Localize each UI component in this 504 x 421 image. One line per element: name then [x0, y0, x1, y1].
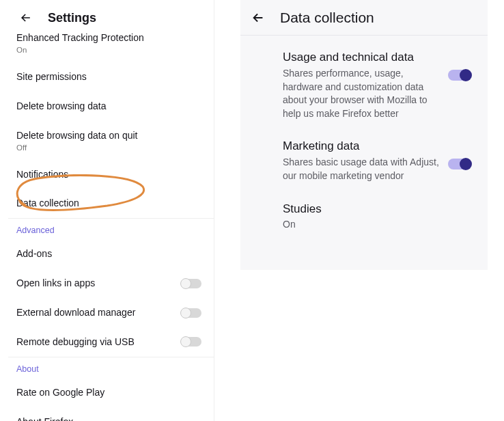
section-sub: On [283, 219, 471, 230]
settings-screen: Settings Enhanced Tracking Protection On… [8, 0, 214, 421]
settings-item-open-links-in-apps[interactable]: Open links in apps [8, 269, 214, 298]
item-label: Remote debugging via USB [16, 336, 135, 349]
studies-section[interactable]: Studies On [283, 202, 471, 230]
settings-item-site-permissions[interactable]: Site permissions [8, 62, 214, 92]
back-button[interactable] [249, 8, 268, 27]
toggle-switch[interactable] [448, 70, 471, 81]
toggle-switch[interactable] [181, 279, 201, 288]
toggle-switch[interactable] [181, 337, 201, 347]
settings-item-data-collection[interactable]: Data collection [8, 189, 214, 218]
item-label: External download manager [16, 306, 135, 319]
toggle-switch[interactable] [181, 308, 201, 318]
item-label: Data collection [16, 197, 206, 210]
item-label: Rate on Google Play [16, 386, 206, 399]
toggle-switch[interactable] [448, 159, 471, 169]
settings-item-addons[interactable]: Add-ons [8, 239, 214, 269]
settings-item-notifications[interactable]: Notifications [8, 160, 214, 189]
settings-item-about-firefox[interactable]: About Firefox [8, 407, 214, 421]
item-sub: Off [16, 144, 206, 152]
item-label: Open links in apps [16, 277, 95, 290]
back-button[interactable] [16, 8, 36, 27]
marketing-data-section[interactable]: Marketing data Shares basic usage data w… [283, 139, 471, 182]
usage-technical-section[interactable]: Usage and technical data Shares performa… [283, 51, 471, 120]
data-collection-screen: Data collection Usage and technical data… [240, 0, 488, 270]
section-header-advanced: Advanced [8, 219, 214, 239]
section-title: Marketing data [283, 139, 471, 153]
item-label: Site permissions [16, 70, 206, 83]
section-header-about: About [8, 357, 214, 378]
data-collection-body: Usage and technical data Shares performa… [240, 36, 488, 243]
item-label: About Firefox [16, 416, 206, 421]
item-sub: On [16, 46, 206, 54]
item-label: Add-ons [16, 247, 206, 260]
data-collection-title: Data collection [280, 10, 374, 26]
settings-header: Settings [8, 0, 214, 36]
section-desc: Shares performance, usage, hardware and … [283, 67, 471, 120]
arrow-left-icon [251, 10, 266, 25]
item-label: Notifications [16, 168, 206, 181]
item-label: Delete browsing data [16, 100, 206, 113]
settings-item-remote-debugging[interactable]: Remote debugging via USB [8, 327, 214, 357]
section-title: Usage and technical data [283, 51, 471, 64]
settings-item-etp[interactable]: Enhanced Tracking Protection On [8, 31, 214, 62]
arrow-left-icon [19, 11, 33, 25]
data-collection-header: Data collection [240, 0, 488, 36]
settings-item-delete-browsing-data[interactable]: Delete browsing data [8, 92, 214, 121]
section-title: Studies [283, 202, 471, 216]
item-label: Enhanced Tracking Protection [16, 31, 206, 44]
settings-item-rate[interactable]: Rate on Google Play [8, 378, 214, 407]
item-label: Delete browsing data on quit [16, 129, 206, 142]
settings-title: Settings [48, 11, 96, 25]
settings-item-delete-on-quit[interactable]: Delete browsing data on quit Off [8, 121, 214, 160]
section-desc: Shares basic usage data with Adjust, our… [283, 156, 471, 182]
settings-item-external-download-manager[interactable]: External download manager [8, 298, 214, 327]
